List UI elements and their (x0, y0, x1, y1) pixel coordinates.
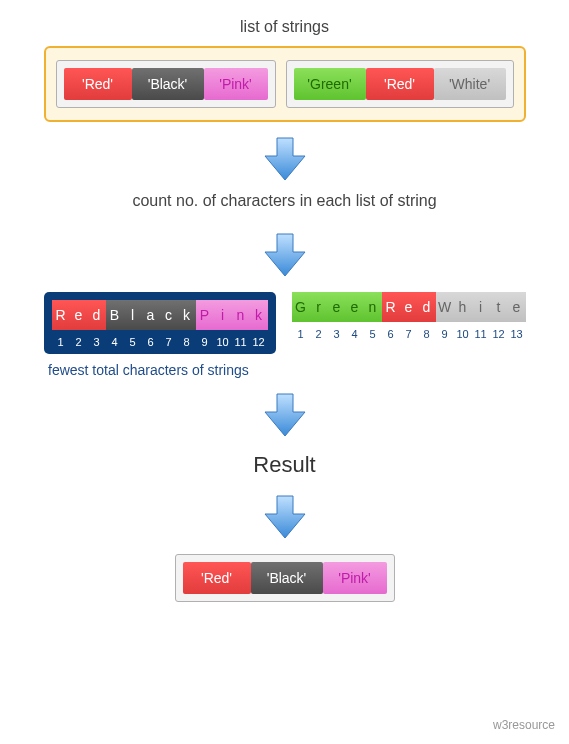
count-group-selected: RedBlackPink 123456789101112 (44, 292, 276, 354)
char-index: 1 (52, 336, 70, 348)
char-index: 9 (196, 336, 214, 348)
chip: 'Red' (64, 68, 132, 100)
char-cell: R (382, 292, 400, 322)
char-index: 6 (382, 328, 400, 340)
char-cell: a (142, 300, 160, 330)
chip: 'Black' (251, 562, 323, 594)
arrow-down-icon (260, 136, 310, 182)
arrow-down-icon (260, 494, 310, 540)
char-index: 2 (70, 336, 88, 348)
char-cell: k (178, 300, 196, 330)
chip: 'Green' (294, 68, 366, 100)
char-index: 7 (400, 328, 418, 340)
char-cell: W (436, 292, 454, 322)
char-index: 1 (292, 328, 310, 340)
char-index: 12 (250, 336, 268, 348)
char-index: 10 (214, 336, 232, 348)
char-cell: e (346, 292, 364, 322)
count-group: GreenRedWhite 12345678910111213 (292, 292, 526, 340)
label-list-of-strings: list of strings (240, 18, 329, 36)
input-list-1: 'Red' 'Black' 'Pink' (56, 60, 276, 108)
arrow-down-icon (260, 392, 310, 438)
chip: 'White' (434, 68, 506, 100)
char-cell: k (250, 300, 268, 330)
char-index: 13 (508, 328, 526, 340)
char-index: 2 (310, 328, 328, 340)
char-cell: l (124, 300, 142, 330)
char-cell: B (106, 300, 124, 330)
char-index: 3 (88, 336, 106, 348)
char-cell: e (328, 292, 346, 322)
credit-text: w3resource (493, 718, 555, 732)
label-count-chars: count no. of characters in each list of … (132, 192, 436, 210)
char-index: 5 (124, 336, 142, 348)
result-list: 'Red' 'Black' 'Pink' (175, 554, 395, 602)
char-cell: c (160, 300, 178, 330)
char-cell: d (88, 300, 106, 330)
char-index: 3 (328, 328, 346, 340)
char-index: 11 (232, 336, 250, 348)
char-index: 11 (472, 328, 490, 340)
char-cell: P (196, 300, 214, 330)
char-cell: n (232, 300, 250, 330)
chip: 'Pink' (204, 68, 268, 100)
label-fewest: fewest total characters of strings (48, 362, 249, 378)
char-index: 8 (418, 328, 436, 340)
char-cell: R (52, 300, 70, 330)
input-list-2: 'Green' 'Red' 'White' (286, 60, 514, 108)
chip: 'Red' (183, 562, 251, 594)
char-cell: e (508, 292, 526, 322)
chip: 'Pink' (323, 562, 387, 594)
label-result: Result (253, 452, 315, 478)
char-cell: i (214, 300, 232, 330)
arrow-down-icon (260, 232, 310, 278)
char-index: 6 (142, 336, 160, 348)
chip: 'Black' (132, 68, 204, 100)
count-row: RedBlackPink 123456789101112 GreenRedWhi… (44, 292, 526, 354)
char-index: 7 (160, 336, 178, 348)
char-cell: e (70, 300, 88, 330)
char-cell: d (418, 292, 436, 322)
char-index: 4 (346, 328, 364, 340)
char-cell: h (454, 292, 472, 322)
char-index: 9 (436, 328, 454, 340)
char-cell: t (490, 292, 508, 322)
char-cell: e (400, 292, 418, 322)
char-index: 12 (490, 328, 508, 340)
char-index: 10 (454, 328, 472, 340)
char-index: 5 (364, 328, 382, 340)
input-lists-box: 'Red' 'Black' 'Pink' 'Green' 'Red' 'Whit… (44, 46, 526, 122)
char-cell: r (310, 292, 328, 322)
char-index: 4 (106, 336, 124, 348)
char-index: 8 (178, 336, 196, 348)
char-cell: i (472, 292, 490, 322)
char-cell: n (364, 292, 382, 322)
chip: 'Red' (366, 68, 434, 100)
char-cell: G (292, 292, 310, 322)
